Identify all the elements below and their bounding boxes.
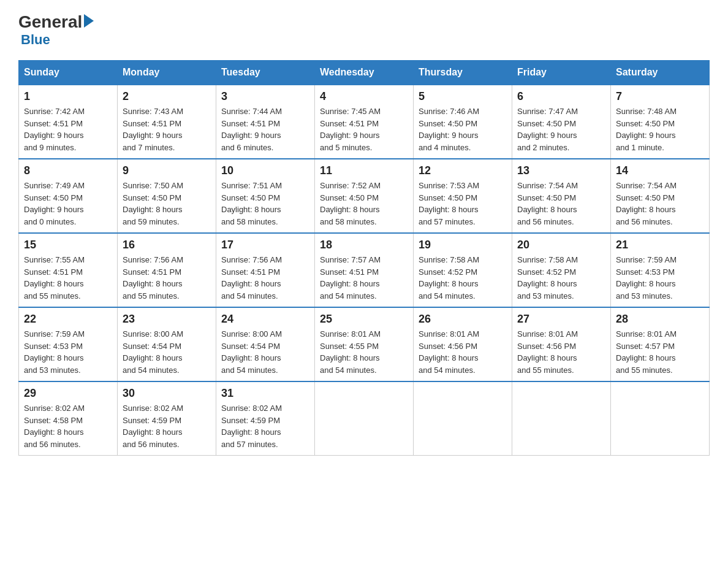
day-info: Sunrise: 8:00 AM Sunset: 4:54 PM Dayligh… (123, 328, 211, 376)
calendar-cell: 23Sunrise: 8:00 AM Sunset: 4:54 PM Dayli… (118, 307, 216, 381)
header-wednesday: Wednesday (315, 61, 414, 85)
calendar-cell: 6Sunrise: 7:47 AM Sunset: 4:50 PM Daylig… (512, 85, 611, 159)
calendar-cell: 26Sunrise: 8:01 AM Sunset: 4:56 PM Dayli… (414, 307, 512, 381)
day-number: 4 (320, 90, 408, 103)
day-number: 31 (221, 387, 309, 400)
day-info: Sunrise: 8:01 AM Sunset: 4:57 PM Dayligh… (616, 328, 704, 376)
day-number: 6 (517, 90, 605, 103)
day-number: 30 (123, 387, 211, 400)
calendar-cell: 14Sunrise: 7:54 AM Sunset: 4:50 PM Dayli… (611, 159, 710, 233)
calendar-cell: 4Sunrise: 7:45 AM Sunset: 4:51 PM Daylig… (315, 85, 414, 159)
day-info: Sunrise: 7:49 AM Sunset: 4:50 PM Dayligh… (24, 180, 112, 228)
day-number: 15 (24, 239, 112, 251)
day-info: Sunrise: 7:59 AM Sunset: 4:53 PM Dayligh… (616, 254, 704, 302)
calendar-cell: 10Sunrise: 7:51 AM Sunset: 4:50 PM Dayli… (216, 159, 315, 233)
day-number: 27 (517, 313, 605, 326)
day-info: Sunrise: 7:45 AM Sunset: 4:51 PM Dayligh… (320, 105, 408, 153)
logo-blue-text: Blue (21, 32, 50, 48)
day-info: Sunrise: 7:54 AM Sunset: 4:50 PM Dayligh… (616, 180, 704, 228)
calendar-cell: 2Sunrise: 7:43 AM Sunset: 4:51 PM Daylig… (118, 85, 216, 159)
calendar-cell: 30Sunrise: 8:02 AM Sunset: 4:59 PM Dayli… (118, 381, 216, 456)
day-info: Sunrise: 7:43 AM Sunset: 4:51 PM Dayligh… (123, 105, 211, 153)
day-number: 26 (419, 313, 507, 326)
day-info: Sunrise: 7:58 AM Sunset: 4:52 PM Dayligh… (419, 254, 507, 302)
day-info: Sunrise: 7:46 AM Sunset: 4:50 PM Dayligh… (419, 105, 507, 153)
day-number: 17 (221, 239, 309, 251)
day-number: 25 (320, 313, 408, 326)
calendar-cell: 31Sunrise: 8:02 AM Sunset: 4:59 PM Dayli… (216, 381, 315, 456)
day-number: 24 (221, 313, 309, 326)
day-number: 23 (123, 313, 211, 326)
day-info: Sunrise: 7:51 AM Sunset: 4:50 PM Dayligh… (221, 180, 309, 228)
day-info: Sunrise: 8:02 AM Sunset: 4:59 PM Dayligh… (123, 402, 211, 450)
day-info: Sunrise: 7:48 AM Sunset: 4:50 PM Dayligh… (616, 105, 704, 153)
day-number: 5 (419, 90, 507, 103)
day-number: 28 (616, 313, 704, 326)
day-number: 1 (24, 90, 112, 103)
day-number: 10 (221, 164, 309, 177)
day-number: 7 (616, 90, 704, 103)
logo-triangle-icon (84, 14, 94, 28)
day-number: 14 (616, 164, 704, 177)
day-info: Sunrise: 7:57 AM Sunset: 4:51 PM Dayligh… (320, 254, 408, 302)
calendar-cell: 13Sunrise: 7:54 AM Sunset: 4:50 PM Dayli… (512, 159, 611, 233)
day-number: 11 (320, 164, 408, 177)
day-number: 2 (123, 90, 211, 103)
header-tuesday: Tuesday (216, 61, 315, 85)
day-number: 18 (320, 239, 408, 251)
day-info: Sunrise: 7:53 AM Sunset: 4:50 PM Dayligh… (419, 180, 507, 228)
calendar-cell: 27Sunrise: 8:01 AM Sunset: 4:56 PM Dayli… (512, 307, 611, 381)
day-info: Sunrise: 7:44 AM Sunset: 4:51 PM Dayligh… (221, 105, 309, 153)
day-info: Sunrise: 8:01 AM Sunset: 4:55 PM Dayligh… (320, 328, 408, 376)
calendar-cell: 8Sunrise: 7:49 AM Sunset: 4:50 PM Daylig… (19, 159, 118, 233)
calendar-week-row: 22Sunrise: 7:59 AM Sunset: 4:53 PM Dayli… (19, 307, 710, 381)
day-info: Sunrise: 7:55 AM Sunset: 4:51 PM Dayligh… (24, 254, 112, 302)
day-number: 21 (616, 239, 704, 251)
header-friday: Friday (512, 61, 611, 85)
calendar-cell (611, 381, 710, 456)
day-info: Sunrise: 7:56 AM Sunset: 4:51 PM Dayligh… (221, 254, 309, 302)
day-number: 29 (24, 387, 112, 400)
header-monday: Monday (118, 61, 216, 85)
day-info: Sunrise: 8:02 AM Sunset: 4:58 PM Dayligh… (24, 402, 112, 450)
calendar-cell: 1Sunrise: 7:42 AM Sunset: 4:51 PM Daylig… (19, 85, 118, 159)
day-number: 20 (517, 239, 605, 251)
day-info: Sunrise: 7:50 AM Sunset: 4:50 PM Dayligh… (123, 180, 211, 228)
calendar-cell: 18Sunrise: 7:57 AM Sunset: 4:51 PM Dayli… (315, 233, 414, 307)
calendar-cell: 19Sunrise: 7:58 AM Sunset: 4:52 PM Dayli… (414, 233, 512, 307)
calendar-cell (315, 381, 414, 456)
day-number: 12 (419, 164, 507, 177)
day-number: 22 (24, 313, 112, 326)
header-saturday: Saturday (611, 61, 710, 85)
calendar-table: SundayMondayTuesdayWednesdayThursdayFrid… (18, 60, 710, 456)
calendar-cell: 3Sunrise: 7:44 AM Sunset: 4:51 PM Daylig… (216, 85, 315, 159)
calendar-week-row: 15Sunrise: 7:55 AM Sunset: 4:51 PM Dayli… (19, 233, 710, 307)
day-number: 3 (221, 90, 309, 103)
calendar-week-row: 29Sunrise: 8:02 AM Sunset: 4:58 PM Dayli… (19, 381, 710, 456)
calendar-cell: 15Sunrise: 7:55 AM Sunset: 4:51 PM Dayli… (19, 233, 118, 307)
header-sunday: Sunday (19, 61, 118, 85)
calendar-cell: 11Sunrise: 7:52 AM Sunset: 4:50 PM Dayli… (315, 159, 414, 233)
calendar-cell: 20Sunrise: 7:58 AM Sunset: 4:52 PM Dayli… (512, 233, 611, 307)
calendar-cell: 5Sunrise: 7:46 AM Sunset: 4:50 PM Daylig… (414, 85, 512, 159)
day-info: Sunrise: 7:58 AM Sunset: 4:52 PM Dayligh… (517, 254, 605, 302)
calendar-cell: 7Sunrise: 7:48 AM Sunset: 4:50 PM Daylig… (611, 85, 710, 159)
calendar-cell: 12Sunrise: 7:53 AM Sunset: 4:50 PM Dayli… (414, 159, 512, 233)
day-info: Sunrise: 7:47 AM Sunset: 4:50 PM Dayligh… (517, 105, 605, 153)
calendar-cell: 21Sunrise: 7:59 AM Sunset: 4:53 PM Dayli… (611, 233, 710, 307)
calendar-cell (414, 381, 512, 456)
day-info: Sunrise: 8:02 AM Sunset: 4:59 PM Dayligh… (221, 402, 309, 450)
day-number: 9 (123, 164, 211, 177)
calendar-cell: 28Sunrise: 8:01 AM Sunset: 4:57 PM Dayli… (611, 307, 710, 381)
calendar-cell: 25Sunrise: 8:01 AM Sunset: 4:55 PM Dayli… (315, 307, 414, 381)
calendar-cell: 24Sunrise: 8:00 AM Sunset: 4:54 PM Dayli… (216, 307, 315, 381)
calendar-header-row: SundayMondayTuesdayWednesdayThursdayFrid… (19, 61, 710, 85)
calendar-week-row: 1Sunrise: 7:42 AM Sunset: 4:51 PM Daylig… (19, 85, 710, 159)
calendar-week-row: 8Sunrise: 7:49 AM Sunset: 4:50 PM Daylig… (19, 159, 710, 233)
page-header: GeneralBlue (18, 12, 710, 48)
day-info: Sunrise: 7:42 AM Sunset: 4:51 PM Dayligh… (24, 105, 112, 153)
day-number: 19 (419, 239, 507, 251)
calendar-cell: 17Sunrise: 7:56 AM Sunset: 4:51 PM Dayli… (216, 233, 315, 307)
calendar-cell: 29Sunrise: 8:02 AM Sunset: 4:58 PM Dayli… (19, 381, 118, 456)
day-number: 16 (123, 239, 211, 251)
